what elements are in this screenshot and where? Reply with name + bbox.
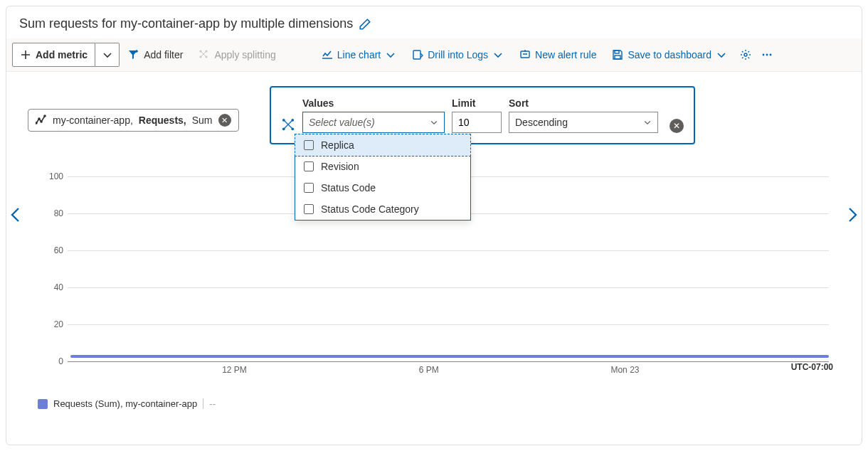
add-metric-caret[interactable] [95, 43, 120, 67]
metric-name: Requests, [139, 115, 186, 126]
drill-logs-label: Drill into Logs [428, 49, 488, 60]
drill-logs-button[interactable]: Drill into Logs [405, 43, 511, 67]
checkbox-icon [304, 140, 314, 150]
close-splitting-icon[interactable]: ✕ [669, 119, 684, 133]
chevron-down-icon [430, 118, 438, 127]
values-label: Values [302, 97, 445, 109]
chart-area: my-container-app, Requests, Sum ✕ Values… [6, 72, 862, 364]
checkbox-icon [304, 183, 314, 193]
values-select[interactable]: Select value(s) [302, 112, 445, 133]
checkbox-icon [304, 161, 314, 171]
series-line [70, 355, 829, 358]
legend-swatch [38, 399, 48, 409]
more-button[interactable] [757, 43, 777, 67]
chevron-down-icon [643, 118, 652, 127]
ytick-label: 0 [42, 356, 68, 366]
sort-select[interactable]: Descending [509, 112, 658, 133]
dropdown-item-status-code-category[interactable]: Status Code Category [295, 198, 470, 220]
ytick-label: 80 [42, 208, 68, 218]
svg-point-12 [36, 122, 37, 124]
metric-resource: my-container-app, [53, 115, 133, 126]
svg-point-10 [766, 54, 768, 56]
line-chart-label: Line chart [337, 49, 381, 60]
legend: Requests (Sum), my-container-app -- [16, 390, 216, 409]
svg-rect-4 [413, 51, 420, 59]
xtick-label: 6 PM [419, 365, 439, 375]
add-filter-label: Add filter [144, 49, 183, 60]
dropdown-item-revision[interactable]: Revision [295, 156, 470, 177]
line-chart-button[interactable]: Line chart [314, 43, 403, 67]
apply-splitting-label: Apply splitting [214, 49, 275, 60]
metric-agg: Sum [192, 115, 213, 126]
sort-value: Descending [515, 117, 568, 128]
metric-icon [36, 115, 47, 126]
settings-button[interactable] [736, 43, 756, 67]
svg-point-15 [44, 115, 46, 117]
svg-point-13 [38, 118, 40, 120]
save-dashboard-label: Save to dashboard [628, 49, 711, 60]
dropdown-item-status-code[interactable]: Status Code [295, 177, 470, 198]
values-dropdown: Replica Revision Status Code Status Code… [295, 134, 471, 221]
option-label: Status Code [321, 182, 376, 193]
ytick-label: 100 [42, 171, 68, 181]
ytick-label: 20 [42, 319, 68, 329]
timezone-label: UTC-07:00 [791, 362, 833, 372]
legend-value: -- [203, 398, 216, 409]
sort-label: Sort [509, 97, 658, 109]
splitting-icon [281, 117, 295, 132]
new-alert-label: New alert rule [535, 49, 596, 60]
dropdown-item-replica[interactable]: Replica [295, 134, 471, 156]
ytick-label: 60 [42, 245, 68, 255]
ytick-label: 40 [42, 282, 68, 292]
svg-rect-6 [615, 51, 619, 53]
limit-label: Limit [452, 97, 502, 109]
chart-title: Sum requests for my-container-app by mul… [19, 16, 353, 31]
checkbox-icon [304, 204, 314, 214]
add-metric-label: Add metric [36, 49, 88, 60]
metrics-card: Sum requests for my-container-app by mul… [6, 6, 862, 445]
scroll-left-icon[interactable] [8, 206, 25, 223]
add-metric-button[interactable]: Add metric [12, 43, 95, 67]
title-row: Sum requests for my-container-app by mul… [6, 6, 862, 38]
option-label: Replica [321, 139, 354, 151]
svg-point-9 [763, 54, 765, 56]
option-label: Revision [321, 161, 359, 172]
remove-metric-icon[interactable]: ✕ [218, 114, 231, 127]
svg-point-11 [770, 54, 772, 56]
svg-point-14 [41, 121, 42, 122]
toolbar: Add metric Add filter Apply splitting Li… [6, 38, 862, 72]
xtick-label: Mon 23 [610, 365, 639, 375]
svg-point-8 [744, 53, 747, 56]
scroll-right-icon[interactable] [843, 206, 860, 223]
limit-input[interactable] [452, 112, 502, 133]
save-dashboard-button[interactable]: Save to dashboard [605, 43, 734, 67]
new-alert-button[interactable]: New alert rule [512, 43, 603, 67]
x-axis: 12 PM 6 PM Mon 23 [70, 365, 829, 375]
legend-label: Requests (Sum), my-container-app [53, 398, 197, 409]
add-filter-button[interactable]: Add filter [121, 43, 190, 67]
metric-pill[interactable]: my-container-app, Requests, Sum ✕ [28, 109, 239, 132]
edit-icon[interactable] [359, 18, 371, 31]
xtick-label: 12 PM [222, 365, 247, 375]
apply-splitting-button: Apply splitting [191, 43, 282, 67]
values-placeholder: Select value(s) [309, 117, 375, 128]
svg-rect-7 [615, 55, 620, 59]
option-label: Status Code Category [321, 203, 419, 215]
